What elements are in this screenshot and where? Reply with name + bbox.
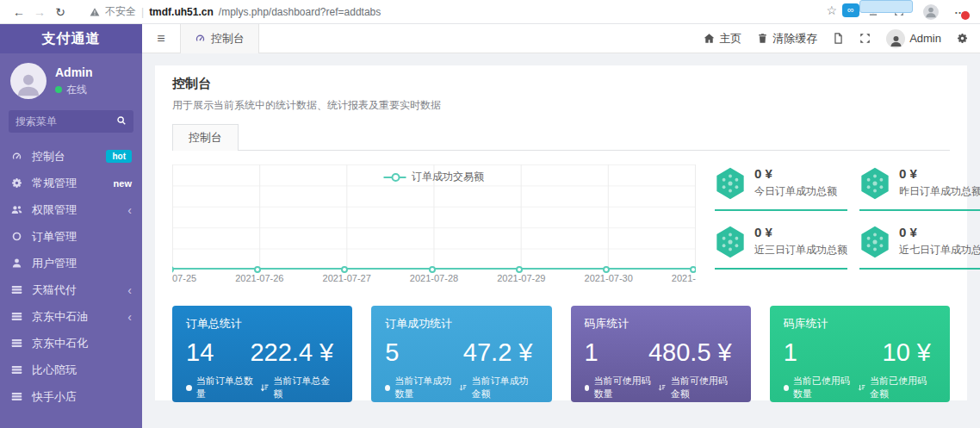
sort-amount-icon (658, 383, 666, 393)
chart-x-axis: 2021-07-25 2021-07-26 2021-07-27 2021-07… (172, 273, 696, 287)
x-axis-label: 2021-07-27 (323, 273, 371, 283)
sidebar-item-kuaishou[interactable]: 快手小店 (0, 383, 142, 410)
chart-legend[interactable]: 订单成功交易额 (383, 170, 484, 184)
card-amount-label: 当前可使用码金额 (671, 375, 735, 400)
browser-back-button[interactable]: ← (9, 5, 29, 19)
sidebar-item-label: 京东中石化 (32, 336, 88, 351)
sidebar-item-users[interactable]: 用户管理 (0, 250, 142, 276)
home-link[interactable]: 主页 (704, 31, 741, 47)
stat-card-orders-success: 订单成功统计 5 47.2 ¥ 当前订单成功数量 当前订单成功金额 (371, 306, 551, 402)
stat-label: 今日订单成功总额 (754, 184, 837, 199)
card-count-label: 当前订单总数量 (196, 375, 260, 400)
mini-stat-today: 0 ¥ 今日订单成功总额 (715, 166, 847, 211)
page-title: 控制台 (172, 76, 950, 92)
brand-title[interactable]: 支付通道 (0, 24, 142, 53)
page-content: 控制台 用于展示当前系统中的统计数据、统计报表及重要实时数据 控制台 订单成功交… (142, 53, 980, 428)
card-count: 1 (784, 338, 797, 367)
address-separator: | (141, 6, 144, 18)
card-title: 码库统计 (784, 316, 936, 332)
security-warning-icon (90, 7, 100, 17)
browser-profile-avatar[interactable] (923, 4, 939, 20)
search-icon[interactable] (111, 115, 132, 127)
circle-o-icon (10, 230, 23, 243)
stat-value: 0 ¥ (754, 166, 837, 181)
card-count: 14 (186, 338, 214, 367)
card-amount-label: 当前订单总金额 (273, 375, 337, 400)
navbar-user[interactable]: Admin (886, 29, 941, 48)
tachometer-icon (195, 33, 206, 44)
users-icon (10, 203, 23, 216)
stat-card-codes-available: 码库统计 1 480.5 ¥ 当前可使用码数量 当前可使用码金额 (571, 306, 751, 402)
sidebar-item-tmall[interactable]: 天猫代付 ‹ (0, 276, 142, 303)
browser-refresh-button[interactable]: ↻ (50, 5, 71, 19)
chart-marker (516, 266, 523, 273)
settings-gear-button[interactable] (957, 33, 968, 44)
dashboard-panel: 控制台 用于展示当前系统中的统计数据、统计报表及重要实时数据 控制台 订单成功交… (155, 65, 967, 400)
user-icon (10, 257, 23, 270)
file-button[interactable] (833, 33, 844, 44)
sidebar-item-label: 京东中石油 (32, 309, 88, 325)
card-count-label: 当前已使用码数量 (793, 375, 858, 400)
expand-arrows-icon (859, 33, 871, 44)
sidebar-toggle[interactable]: ≡ (142, 31, 180, 47)
card-amount: 10 ¥ (883, 338, 931, 367)
sidebar-item-jd-sinopec[interactable]: 京东中石化 (0, 330, 142, 357)
home-icon (704, 33, 715, 44)
card-amount: 47.2 ¥ (463, 338, 533, 367)
sidebar-item-label: 常规管理 (32, 176, 77, 191)
chart-marker (429, 266, 436, 273)
address-bar[interactable]: 不安全 | tmdf.uh51.cn/mplys.php/dashboard?r… (90, 4, 381, 19)
cogs-icon (10, 177, 23, 189)
stat-value: 0 ¥ (899, 225, 980, 239)
stat-label: 近三日订单成功总额 (754, 243, 847, 257)
clear-cache-label: 清除缓存 (772, 31, 817, 47)
card-count: 1 (585, 338, 599, 367)
sidebar-item-label: 比心陪玩 (32, 363, 77, 378)
list-icon (10, 390, 23, 403)
mini-stats-grid: 0 ¥ 今日订单成功总额 0 ¥ 昨日订单成功总额 0 ¥ (696, 163, 980, 288)
sidebar-item-orders[interactable]: 订单管理 (0, 223, 142, 250)
sidebar-item-label: 天猫代付 (32, 282, 77, 298)
chart-marker (690, 266, 696, 273)
list-icon (10, 283, 23, 296)
circle-icon (186, 385, 192, 391)
tab-dashboard[interactable]: 控制台 (172, 124, 239, 151)
chart-marker (603, 266, 610, 273)
x-axis-label: 2021-07-30 (585, 273, 633, 283)
list-icon (10, 337, 23, 350)
sidebar-item-label: 订单管理 (32, 229, 77, 245)
trash-icon (757, 33, 768, 44)
clear-cache-button[interactable]: 清除缓存 (757, 31, 817, 47)
stat-value: 0 ¥ (899, 166, 980, 181)
stat-label: 昨日订单成功总额 (899, 184, 980, 199)
stat-card-codes-used: 码库统计 1 10 ¥ 当前已使用码数量 当前已使用码金额 (770, 306, 950, 402)
tachometer-icon (10, 150, 23, 163)
nav-tab-dashboard[interactable]: 控制台 (180, 24, 259, 53)
user-avatar[interactable] (10, 63, 47, 99)
browser-forward-button[interactable]: → (29, 5, 50, 19)
stat-value: 0 ¥ (754, 225, 847, 239)
x-axis-label: 2021-07-29 (497, 273, 545, 283)
circle-icon (784, 385, 789, 391)
x-axis-label: 2021-07-31 (672, 273, 696, 283)
extension-icon[interactable]: ∞ (842, 3, 859, 17)
cogs-icon (957, 33, 968, 44)
menu-search-input[interactable] (16, 115, 111, 127)
user-name: Admin (55, 65, 93, 79)
sidebar-item-jd-petrochina[interactable]: 京东中石油 ‹ (0, 303, 142, 330)
sidebar-item-bixin[interactable]: 比心陪玩 (0, 357, 142, 383)
x-axis-label: 2021-07-25 (172, 273, 196, 283)
nav-tab-label: 控制台 (211, 31, 245, 47)
sidebar-item-general[interactable]: 常规管理 new (0, 170, 142, 196)
favorites-star-icon[interactable]: ☆ (826, 3, 837, 17)
card-title: 码库统计 (585, 316, 737, 332)
chart-marker (254, 266, 261, 273)
x-axis-label: 2021-07-26 (235, 273, 283, 283)
fullscreen-button[interactable] (859, 33, 871, 44)
sidebar-item-label: 控制台 (32, 149, 65, 164)
sidebar-item-dashboard[interactable]: 控制台 hot (0, 143, 142, 170)
notification-badge (961, 11, 970, 20)
sidebar-item-permissions[interactable]: 权限管理 ‹ (0, 196, 142, 223)
mini-stat-3days: 0 ¥ 近三日订单成功总额 (715, 225, 847, 270)
navbar-username: Admin (909, 32, 941, 45)
